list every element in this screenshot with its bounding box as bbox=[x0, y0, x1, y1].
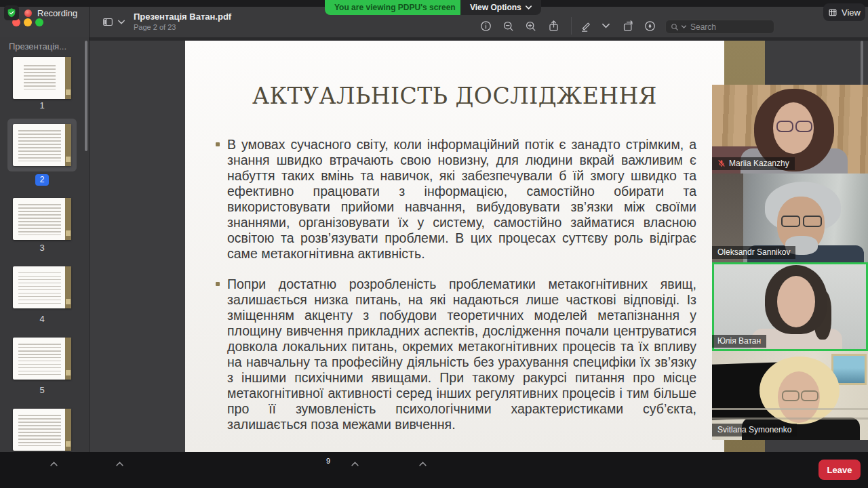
thumbnail-stripe-square bbox=[66, 157, 71, 162]
participant-name: Svitlana Symonenko bbox=[717, 425, 791, 434]
viewing-screen-banner: You are viewing PDPU's screen bbox=[325, 0, 465, 15]
thumbnail-content bbox=[18, 344, 61, 375]
view-button[interactable]: View bbox=[823, 3, 865, 21]
participants-options-chevron[interactable] bbox=[351, 462, 359, 466]
unmute-options-chevron[interactable] bbox=[50, 462, 58, 466]
name-tag: Юлія Ватан bbox=[712, 335, 766, 348]
markup-pen-icon[interactable] bbox=[642, 18, 657, 33]
share-export-icon[interactable] bbox=[546, 18, 561, 33]
participant-name: Mariia Kazanzhy bbox=[729, 159, 789, 168]
slide-bullet-2: Попри достатню розробленість проблематик… bbox=[227, 277, 696, 432]
meeting-control-bar bbox=[0, 452, 868, 488]
search-field bbox=[665, 20, 774, 34]
zoom-meeting-window: Recording Презентація Ватан.pdf Page 2 o… bbox=[0, 0, 868, 488]
video-tile-oleksandr-sannikov[interactable]: Oleksandr Sannikov bbox=[712, 174, 868, 262]
recording-dot-icon bbox=[24, 9, 32, 17]
video-tile-yuliia-vatan[interactable]: Юлія Ватан bbox=[712, 262, 868, 351]
zoom-in-icon[interactable] bbox=[523, 18, 538, 33]
thumbnail-content bbox=[18, 130, 61, 161]
sidebar-title: Презентація... bbox=[9, 41, 66, 52]
thumbnail-content bbox=[18, 204, 61, 235]
thumbnail-stripe-square bbox=[66, 441, 71, 447]
leave-button[interactable]: Leave bbox=[818, 460, 861, 480]
page-thumbnail-6[interactable] bbox=[13, 409, 71, 451]
name-tag: Mariia Kazanzhy bbox=[712, 157, 795, 170]
background-line bbox=[712, 408, 868, 410]
participant-name: Oleksandr Sannikov bbox=[717, 247, 790, 257]
highlighter-icon[interactable] bbox=[578, 18, 593, 33]
slide-bullet-1: В умовах сучасного світу, коли інформаці… bbox=[227, 137, 696, 262]
page-number-3: 3 bbox=[13, 243, 71, 253]
page-thumbnail-4[interactable] bbox=[13, 266, 71, 308]
page-thumbnail-2[interactable] bbox=[13, 124, 71, 166]
thumbnail-content bbox=[18, 272, 61, 304]
page-number-5: 5 bbox=[13, 385, 71, 395]
chevron-down-icon bbox=[526, 5, 532, 9]
participants-count: 9 bbox=[326, 457, 330, 465]
security-shield-icon[interactable] bbox=[4, 5, 19, 20]
slide-bullet-list: В умовах сучасного світу, коли інформаці… bbox=[227, 137, 696, 447]
participant-name: Юлія Ватан bbox=[717, 336, 761, 346]
person-glasses bbox=[803, 216, 822, 227]
person-face bbox=[777, 276, 815, 327]
page-number-2: 2 bbox=[13, 174, 71, 186]
page-indicator: Page 2 of 23 bbox=[134, 23, 176, 31]
page-thumbnail-1[interactable] bbox=[13, 57, 71, 99]
chat-options-chevron[interactable] bbox=[419, 462, 427, 466]
recording-indicator: Recording bbox=[4, 4, 77, 22]
sidebar-divider bbox=[89, 7, 90, 452]
thumbnail-stripe-square bbox=[66, 299, 71, 304]
view-button-label: View bbox=[842, 7, 861, 18]
page-thumbnail-3[interactable] bbox=[13, 198, 71, 240]
thumbnail-stripe-square bbox=[66, 89, 71, 95]
toolbar-divider bbox=[571, 17, 572, 35]
search-icon bbox=[671, 23, 679, 31]
search-input[interactable] bbox=[689, 22, 769, 33]
thumbnail-content bbox=[24, 65, 56, 89]
person-glasses bbox=[776, 121, 793, 132]
thumbnail-stripe-square bbox=[66, 230, 71, 236]
muted-mic-icon bbox=[717, 159, 726, 167]
sidebar-scrollbar[interactable] bbox=[85, 41, 87, 151]
name-tag: Svitlana Symonenko bbox=[712, 424, 797, 436]
zoom-out-icon[interactable] bbox=[500, 18, 515, 33]
slide-title: АКТУАЛЬНІСТЬ ДОСЛІДЖЕННЯ bbox=[185, 83, 724, 109]
view-options-dropdown[interactable]: View Options bbox=[460, 0, 541, 15]
sidebar-toggle-button[interactable] bbox=[101, 16, 125, 28]
recording-label: Recording bbox=[37, 8, 77, 18]
video-options-chevron[interactable] bbox=[116, 462, 123, 466]
person-glasses bbox=[801, 390, 818, 401]
chevron-down-icon[interactable] bbox=[598, 18, 613, 33]
video-tile-svitlana-symonenko[interactable]: Svitlana Symonenko bbox=[712, 351, 868, 440]
banner-text: You are viewing PDPU's screen bbox=[334, 3, 456, 12]
person-glasses bbox=[781, 216, 800, 227]
pdf-scrollbar[interactable] bbox=[861, 41, 863, 87]
slide-page: АКТУАЛЬНІСТЬ ДОСЛІДЖЕННЯ В умовах сучасн… bbox=[185, 41, 765, 452]
page-thumbnail-5[interactable] bbox=[13, 338, 71, 380]
person-glasses bbox=[782, 390, 800, 401]
view-options-label: View Options bbox=[470, 3, 521, 12]
background-line bbox=[712, 418, 868, 420]
gallery-grid-icon bbox=[828, 8, 837, 17]
rotate-icon[interactable] bbox=[620, 18, 635, 33]
document-title: Презентація Ватан.pdf bbox=[134, 12, 231, 22]
chevron-down-icon bbox=[682, 25, 686, 28]
info-icon[interactable] bbox=[478, 18, 493, 33]
current-page-badge: 2 bbox=[35, 174, 50, 186]
thumbnail-content bbox=[18, 415, 61, 446]
video-tile-mariia-kazanzhy[interactable]: Mariia Kazanzhy bbox=[712, 85, 868, 174]
chevron-down-icon bbox=[118, 20, 125, 24]
name-tag: Oleksandr Sannikov bbox=[712, 246, 795, 259]
thumbnail-stripe-square bbox=[66, 370, 71, 375]
person-glasses bbox=[795, 121, 812, 132]
page-number-4: 4 bbox=[13, 314, 71, 324]
page-number-1: 1 bbox=[13, 100, 71, 110]
